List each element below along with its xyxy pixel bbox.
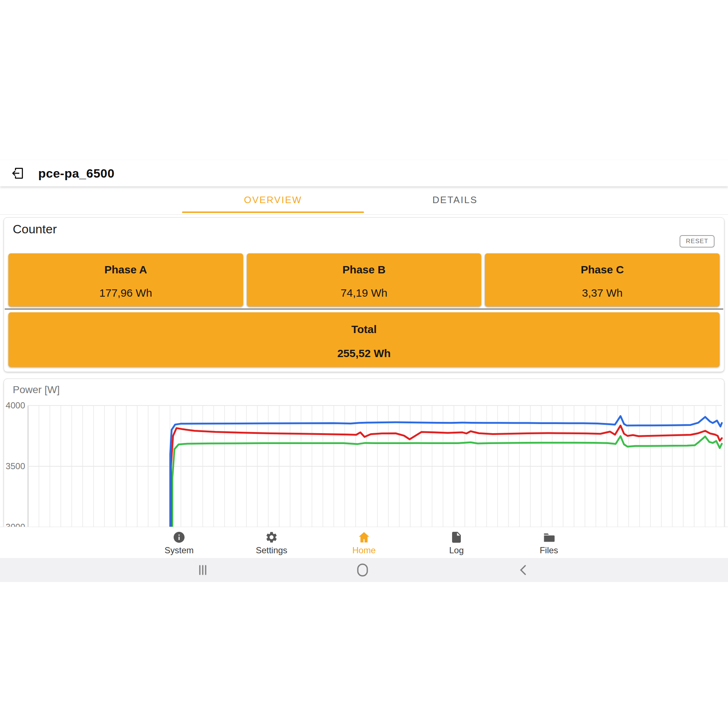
tab-bar: OVERVIEW DETAILS <box>0 187 728 215</box>
nav-item-settings[interactable]: Settings <box>225 527 318 558</box>
home-icon <box>358 531 370 544</box>
nav-label-settings: Settings <box>256 545 288 555</box>
nav-item-files[interactable]: Files <box>503 527 595 558</box>
page-title: pce-pa_6500 <box>38 160 115 187</box>
svg-text:4000: 4000 <box>6 401 25 410</box>
android-nav-bar <box>0 558 728 582</box>
tab-overview[interactable]: OVERVIEW <box>182 187 364 213</box>
svg-text:3000: 3000 <box>6 522 25 527</box>
tab-details[interactable]: DETAILS <box>364 187 546 213</box>
counter-title: Counter <box>13 222 57 236</box>
phase-b-label: Phase B <box>343 263 385 276</box>
log-icon <box>450 531 463 544</box>
phase-b-panel: Phase B 74,19 Wh <box>247 253 482 306</box>
info-icon <box>173 531 186 544</box>
phase-c-panel: Phase C 3,37 Wh <box>485 253 720 306</box>
svg-text:3500: 3500 <box>6 461 25 471</box>
total-value: 255,52 Wh <box>337 347 391 359</box>
phase-a-panel: Phase A 177,96 Wh <box>8 253 243 306</box>
power-chart-card: 400035003000 Power [W] <box>4 379 724 527</box>
total-label: Total <box>351 323 376 336</box>
nav-item-system[interactable]: System <box>133 527 225 558</box>
nav-label-log: Log <box>449 545 464 555</box>
settings-icon <box>265 531 278 544</box>
phase-c-value: 3,37 Wh <box>582 287 623 299</box>
nav-label-system: System <box>165 545 194 555</box>
screen: pce-pa_6500 OVERVIEW DETAILS Counter RES… <box>0 0 728 728</box>
bottom-nav: System Settings Home Log <box>0 527 728 558</box>
active-tab-indicator <box>182 211 364 213</box>
divider <box>5 309 723 309</box>
back-icon[interactable] <box>509 558 538 582</box>
phase-a-label: Phase A <box>104 263 147 276</box>
nav-item-log[interactable]: Log <box>410 527 503 558</box>
total-panel: Total 255,52 Wh <box>8 312 720 367</box>
phase-b-value: 74,19 Wh <box>341 287 387 299</box>
counter-card: Counter RESET Phase A 177,96 Wh Phase B … <box>4 217 724 372</box>
nav-label-home: Home <box>352 545 376 555</box>
nav-item-home[interactable]: Home <box>318 527 410 558</box>
reset-button[interactable]: RESET <box>680 235 714 248</box>
phase-row: Phase A 177,96 Wh Phase B 74,19 Wh Phase… <box>8 253 720 306</box>
phase-c-label: Phase C <box>581 263 624 276</box>
power-chart: 400035003000 <box>4 379 724 527</box>
logout-icon[interactable] <box>10 166 25 180</box>
chart-title: Power [W] <box>13 384 60 396</box>
phase-a-value: 177,96 Wh <box>99 287 152 299</box>
android-home-icon[interactable] <box>348 558 377 582</box>
nav-label-files: Files <box>540 545 558 555</box>
files-icon <box>542 531 555 544</box>
app-bar: pce-pa_6500 <box>0 160 728 187</box>
recents-icon[interactable] <box>188 558 217 582</box>
